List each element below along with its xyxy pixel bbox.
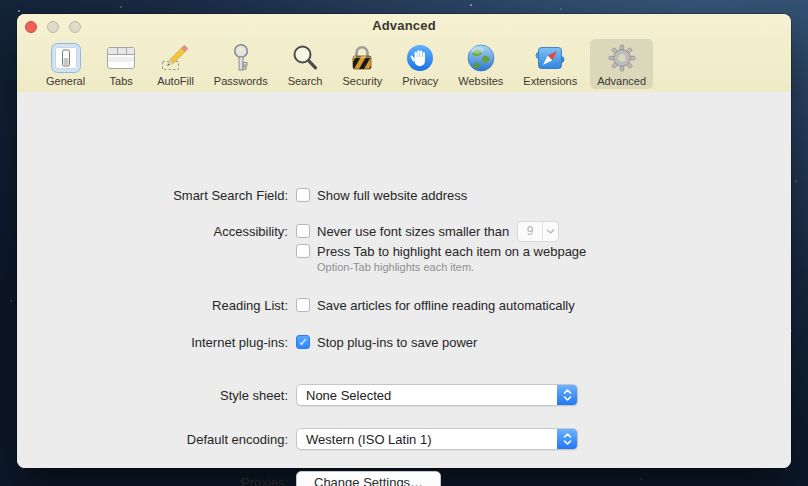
tab-label: Extensions bbox=[523, 75, 577, 87]
plugins-label: Internet plug-ins: bbox=[17, 335, 288, 350]
encoding-value: Western (ISO Latin 1) bbox=[297, 432, 431, 447]
window-title: Advanced bbox=[17, 18, 791, 33]
plugins-row: Internet plug-ins: Stop plug-ins to save… bbox=[17, 331, 477, 353]
accessibility-row-1: Accessibility: Never use font sizes smal… bbox=[17, 220, 559, 242]
tab-general[interactable]: General bbox=[39, 39, 92, 89]
font-size-popup[interactable]: 9 bbox=[517, 221, 559, 242]
encoding-popup[interactable]: Western (ISO Latin 1) bbox=[296, 428, 578, 450]
show-full-address-text[interactable]: Show full website address bbox=[317, 188, 467, 203]
accessibility-label: Accessibility: bbox=[17, 224, 288, 239]
smart-search-label: Smart Search Field: bbox=[17, 188, 288, 203]
proxies-label: Proxies: bbox=[17, 475, 288, 486]
tab-passwords[interactable]: Passwords bbox=[207, 39, 275, 89]
tab-privacy[interactable]: Privacy bbox=[395, 39, 445, 89]
search-icon bbox=[289, 42, 321, 74]
reading-list-label: Reading List: bbox=[17, 298, 288, 313]
general-icon bbox=[50, 42, 82, 74]
press-tab-checkbox[interactable] bbox=[296, 244, 310, 258]
privacy-icon bbox=[404, 42, 436, 74]
change-settings-button[interactable]: Change Settings… bbox=[296, 471, 441, 486]
style-sheet-popup[interactable]: None Selected bbox=[296, 384, 578, 406]
proxies-row: Proxies: Change Settings… bbox=[17, 471, 441, 486]
preferences-toolbar: General Tabs bbox=[17, 36, 791, 92]
security-icon bbox=[346, 42, 378, 74]
min-font-size-text[interactable]: Never use font sizes smaller than bbox=[317, 224, 509, 239]
encoding-row: Default encoding: Western (ISO Latin 1) bbox=[17, 428, 578, 450]
tab-extensions[interactable]: Extensions bbox=[516, 39, 584, 89]
tab-label: Search bbox=[288, 75, 323, 87]
tab-label: AutoFill bbox=[157, 75, 194, 87]
font-size-value: 9 bbox=[518, 224, 542, 238]
style-sheet-value: None Selected bbox=[297, 388, 391, 403]
tab-label: Privacy bbox=[402, 75, 438, 87]
popup-arrows-icon bbox=[557, 385, 577, 405]
tab-label: General bbox=[46, 75, 85, 87]
tab-label: Websites bbox=[458, 75, 503, 87]
advanced-gear-icon bbox=[606, 42, 638, 74]
tab-security[interactable]: Security bbox=[335, 39, 389, 89]
encoding-label: Default encoding: bbox=[17, 432, 288, 447]
popup-arrows-icon bbox=[557, 429, 577, 449]
smart-search-row: Smart Search Field: Show full website ad… bbox=[17, 184, 467, 206]
advanced-pane: Smart Search Field: Show full website ad… bbox=[17, 92, 791, 468]
chevron-down-icon bbox=[543, 228, 558, 235]
show-full-address-checkbox[interactable] bbox=[296, 188, 310, 202]
tab-search[interactable]: Search bbox=[281, 39, 330, 89]
stop-plugins-checkbox[interactable] bbox=[296, 335, 310, 349]
accessibility-row-2: Press Tab to highlight each item on a we… bbox=[17, 240, 586, 262]
save-articles-text[interactable]: Save articles for offline reading automa… bbox=[317, 298, 575, 313]
safari-preferences-window: Advanced General bbox=[17, 14, 791, 468]
tab-label: Passwords bbox=[214, 75, 268, 87]
stop-plugins-text[interactable]: Stop plug-ins to save power bbox=[317, 335, 477, 350]
titlebar: Advanced bbox=[17, 14, 791, 36]
reading-list-row: Reading List: Save articles for offline … bbox=[17, 294, 575, 316]
tab-autofill[interactable]: AutoFill bbox=[150, 39, 201, 89]
tab-websites[interactable]: Websites bbox=[451, 39, 510, 89]
style-sheet-label: Style sheet: bbox=[17, 388, 288, 403]
min-font-size-checkbox[interactable] bbox=[296, 224, 310, 238]
tab-advanced[interactable]: Advanced bbox=[590, 39, 653, 89]
autofill-icon bbox=[159, 42, 191, 74]
tab-label: Tabs bbox=[110, 75, 133, 87]
save-articles-checkbox[interactable] bbox=[296, 298, 310, 312]
websites-icon bbox=[465, 42, 497, 74]
extensions-icon bbox=[534, 42, 566, 74]
tabs-icon bbox=[105, 42, 137, 74]
style-sheet-row: Style sheet: None Selected bbox=[17, 384, 578, 406]
tab-tabs[interactable]: Tabs bbox=[98, 39, 144, 89]
tab-label: Advanced bbox=[597, 75, 646, 87]
option-tab-note: Option-Tab highlights each item. bbox=[317, 261, 474, 273]
passwords-icon bbox=[225, 42, 257, 74]
press-tab-text[interactable]: Press Tab to highlight each item on a we… bbox=[317, 244, 586, 259]
tab-label: Security bbox=[342, 75, 382, 87]
